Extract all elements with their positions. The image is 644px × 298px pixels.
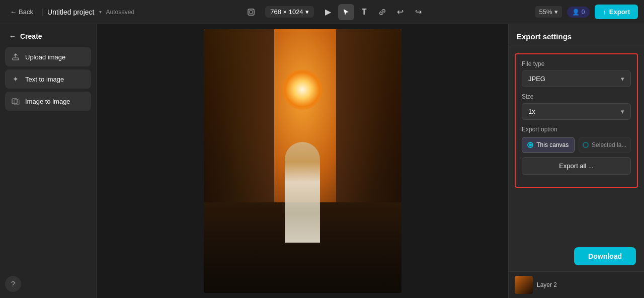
create-header: ← Create <box>5 30 91 42</box>
undo-icon[interactable]: ↩ <box>392 4 409 20</box>
export-option-label: Export option <box>522 126 631 133</box>
this-canvas-button[interactable]: This canvas <box>522 137 575 153</box>
topbar-center: 768 × 1024 ▾ ▶ T ↩ ↪ <box>138 4 531 20</box>
export-settings-panel: Export settings File type JPEG PNG WebP … <box>509 24 644 271</box>
upload-image-button[interactable]: Upload image <box>5 47 91 66</box>
size-field: Size 0.5x 1x 2x 3x ▾ <box>522 93 631 120</box>
export-arrow-icon: ↑ <box>603 8 606 16</box>
download-button[interactable]: Download <box>574 247 636 265</box>
main-content: ← Create Upload image ✦ Text to image Im… <box>0 24 644 298</box>
text-to-image-button[interactable]: ✦ Text to image <box>5 69 91 89</box>
this-canvas-radio <box>527 142 533 148</box>
svg-rect-2 <box>13 58 19 60</box>
layer-thumbnail <box>515 276 533 294</box>
export-settings-title: Export settings <box>509 24 644 47</box>
export-option-buttons: This canvas Selected la... <box>522 137 631 153</box>
size-label: Size <box>522 93 631 100</box>
export-all-label: Export all ... <box>559 162 594 170</box>
link-tool-icon[interactable] <box>374 4 390 20</box>
topbar-left: ← Back | Untitled project ▾ Autosaved <box>6 6 134 18</box>
text-to-image-icon: ✦ <box>11 74 20 84</box>
layer-panel: Layer 2 <box>509 271 644 298</box>
project-chevron-icon[interactable]: ▾ <box>99 9 102 15</box>
export-option-field: Export option This canvas Selected la...… <box>522 126 631 175</box>
create-arrow-icon: ← <box>9 32 16 40</box>
back-button[interactable]: ← Back <box>6 6 37 18</box>
zoom-selector[interactable]: 55% ▾ <box>535 6 562 18</box>
image-to-image-label: Image to image <box>25 98 70 105</box>
play-icon[interactable]: ▶ <box>320 4 336 20</box>
selected-layers-button[interactable]: Selected la... <box>579 137 631 153</box>
canvas-size-selector[interactable]: 768 × 1024 ▾ <box>265 6 313 18</box>
this-canvas-label: This canvas <box>536 141 569 148</box>
building-right <box>336 29 401 231</box>
text-to-image-label: Text to image <box>25 76 64 83</box>
svg-rect-1 <box>250 11 253 14</box>
cursor-icon[interactable] <box>338 4 354 20</box>
sun-glow <box>282 69 323 110</box>
topbar-right: 55% ▾ 👤 0 ↑ Export <box>535 5 638 19</box>
size-chevron-icon: ▾ <box>621 108 624 115</box>
svg-rect-0 <box>248 9 254 15</box>
building-left <box>204 29 274 220</box>
layer-name: Layer 2 <box>537 281 557 288</box>
create-label: Create <box>20 32 42 40</box>
export-label: Export <box>609 8 630 16</box>
size-select-wrapper[interactable]: 0.5x 1x 2x 3x ▾ <box>522 103 631 120</box>
export-options-box: File type JPEG PNG WebP PDF ▾ Size <box>515 53 638 188</box>
help-icon: ? <box>11 280 15 288</box>
selected-layers-label: Selected la... <box>592 141 626 148</box>
export-all-button[interactable]: Export all ... <box>522 157 631 175</box>
project-name[interactable]: Untitled project <box>47 8 94 16</box>
right-panel: Export settings File type JPEG PNG WebP … <box>508 24 644 298</box>
redo-icon[interactable]: ↪ <box>411 4 427 20</box>
left-sidebar: ← Create Upload image ✦ Text to image Im… <box>0 24 97 298</box>
back-arrow-icon: ← <box>10 8 17 16</box>
text-tool-icon[interactable]: T <box>356 4 372 20</box>
canvas-size-label: 768 × 1024 <box>270 8 303 16</box>
file-type-field: File type JPEG PNG WebP PDF ▾ <box>522 60 631 87</box>
selected-layers-radio <box>583 142 589 148</box>
size-select[interactable]: 0.5x 1x 2x 3x <box>528 108 621 115</box>
export-button[interactable]: ↑ Export <box>595 5 638 19</box>
canvas-area[interactable] <box>97 24 508 298</box>
image-to-image-icon <box>11 97 20 106</box>
upload-image-label: Upload image <box>25 53 65 61</box>
file-type-chevron-icon: ▾ <box>621 75 624 83</box>
download-area: Download <box>509 241 644 271</box>
zoom-chevron-icon: ▾ <box>554 8 558 16</box>
file-type-select[interactable]: JPEG PNG WebP PDF <box>528 75 621 83</box>
collab-badge[interactable]: 👤 0 <box>567 7 590 18</box>
file-type-select-wrapper[interactable]: JPEG PNG WebP PDF ▾ <box>522 70 631 87</box>
zoom-level: 55% <box>539 8 552 16</box>
help-button[interactable]: ? <box>5 276 21 292</box>
toolbar-icons <box>243 4 259 20</box>
canvas-image <box>204 29 401 293</box>
collab-count: 0 <box>582 9 585 16</box>
collab-icon: 👤 <box>572 9 580 16</box>
image-to-image-button[interactable]: Image to image <box>5 92 91 111</box>
canvas-size-chevron-icon: ▾ <box>305 8 309 16</box>
autosaved-label: Autosaved <box>106 9 134 16</box>
back-label: Back <box>19 8 33 16</box>
sidebar-bottom: ? <box>5 276 91 292</box>
file-type-label: File type <box>522 60 631 67</box>
download-label: Download <box>588 252 622 260</box>
frame-tool-icon[interactable] <box>243 4 259 20</box>
upload-icon <box>11 52 20 61</box>
topbar: ← Back | Untitled project ▾ Autosaved 76… <box>0 0 644 24</box>
main-toolbar: ▶ T ↩ ↪ <box>320 4 427 20</box>
figure <box>285 142 320 243</box>
